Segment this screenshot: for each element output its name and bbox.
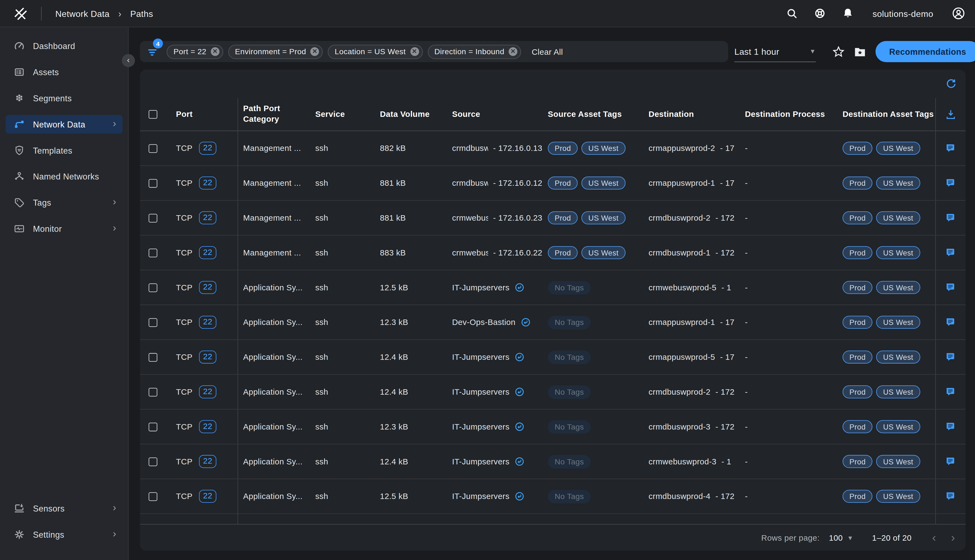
path-details-icon[interactable] (945, 212, 956, 223)
sidebar-item-named-networks[interactable]: Named Networks (0, 167, 128, 193)
filter-funnel[interactable]: 4 (147, 46, 159, 57)
table-footer: Rows per page: 100 ▼ 1–20 of 20 ‹ › (140, 524, 965, 551)
filter-chip[interactable]: Location = US West✕ (328, 44, 422, 58)
path-details-icon[interactable] (945, 143, 956, 153)
tag-pill: Prod (843, 350, 873, 363)
tag-pill: Prod (843, 455, 873, 468)
source-name: crmwebus (452, 213, 488, 223)
path-details-icon[interactable] (945, 317, 956, 328)
row-checkbox[interactable] (149, 283, 157, 292)
favorite-star-icon[interactable] (833, 46, 844, 57)
table-row: TCP22Application Sy...ssh12.4 kBIT-Jumps… (140, 340, 965, 375)
row-checkbox[interactable] (149, 213, 157, 222)
named-network-link-icon[interactable] (514, 352, 525, 363)
sidebar-item-dashboard[interactable]: Dashboard (0, 37, 128, 63)
no-tags-badge: No Tags (548, 350, 591, 364)
help-icon[interactable] (814, 7, 826, 19)
sidebar-item-assets[interactable]: Assets (0, 63, 128, 89)
named-network-link-icon[interactable] (514, 456, 525, 467)
search-icon[interactable] (786, 7, 798, 19)
destination-cell: crmappuswprod-2- 17 (644, 131, 740, 165)
sidebar-collapse-button[interactable]: ‹ (122, 54, 135, 67)
row-checkbox[interactable] (149, 492, 157, 501)
path-details-icon[interactable] (945, 178, 956, 188)
row-checkbox[interactable] (149, 388, 157, 396)
col-port[interactable]: Port (169, 98, 238, 131)
clear-all-button[interactable]: Clear All (532, 47, 563, 56)
sidebar-item-tags[interactable]: Tags› (0, 193, 128, 220)
filter-chip-label: Direction = Inbound (434, 47, 504, 56)
path-details-icon[interactable] (945, 282, 956, 293)
path-details-icon[interactable] (945, 387, 956, 397)
remove-filter-icon[interactable]: ✕ (311, 47, 319, 56)
sidebar-item-network-data[interactable]: Network Data› (0, 115, 128, 141)
path-details-icon[interactable] (945, 352, 956, 363)
breadcrumb-network-data[interactable]: Network Data (55, 8, 110, 18)
assets-icon (13, 67, 25, 78)
download-icon[interactable] (945, 109, 956, 120)
destination-cell: crmdbuswprod-2- 172 (644, 201, 740, 235)
source-name: IT-Jumpservers (452, 352, 509, 362)
data-volume-cell: 881 kB (375, 166, 447, 200)
col-source-asset-tags[interactable]: Source Asset Tags (543, 98, 644, 131)
filter-chip[interactable]: Direction = Inbound✕ (427, 44, 521, 58)
sidebar-item-templates[interactable]: Templates (0, 141, 128, 167)
asset-tags: ProdUS West (548, 246, 625, 259)
saved-filters-folder-icon[interactable] (854, 45, 866, 58)
sidebar-item-settings[interactable]: Settings› (0, 525, 128, 551)
col-path-port-category[interactable]: Path Port Category (238, 98, 311, 131)
select-all-checkbox[interactable] (149, 110, 157, 119)
row-checkbox[interactable] (149, 144, 157, 153)
service-cell: ssh (311, 131, 375, 165)
named-network-link-icon[interactable] (514, 422, 525, 432)
filter-chip[interactable]: Environment = Prod✕ (228, 44, 323, 58)
col-destination-process[interactable]: Destination Process (740, 98, 837, 131)
sidebar-item-monitor[interactable]: Monitor› (0, 220, 128, 246)
sidebar-nav-bottom: Sensors›Settings› (0, 499, 128, 551)
col-destination[interactable]: Destination (644, 98, 740, 131)
topbar-divider (41, 7, 42, 20)
path-details-icon[interactable] (945, 491, 956, 502)
gear-icon (13, 529, 25, 540)
notifications-icon[interactable] (842, 7, 854, 19)
service-cell: ssh (311, 445, 375, 479)
col-destination-asset-tags[interactable]: Destination Asset Tags (838, 98, 936, 131)
named-network-link-icon[interactable] (521, 317, 531, 328)
time-range-select[interactable]: Last 1 hour ▼ (735, 41, 816, 62)
path-details-icon[interactable] (945, 422, 956, 432)
row-checkbox[interactable] (149, 179, 157, 187)
rows-per-page-select[interactable]: 100 ▼ (829, 533, 853, 542)
remove-filter-icon[interactable]: ✕ (210, 47, 219, 56)
row-checkbox[interactable] (149, 422, 157, 431)
path-details-icon[interactable] (945, 247, 956, 258)
col-source[interactable]: Source (447, 98, 543, 131)
row-checkbox[interactable] (149, 353, 157, 362)
asset-tags: ProdUS West (843, 246, 920, 259)
recommendations-button[interactable]: Recommendations (876, 41, 975, 62)
path-details-icon[interactable] (945, 456, 956, 467)
destination-process-cell: - (740, 131, 837, 165)
source-tags-cell: No Tags (543, 375, 644, 409)
account-icon[interactable] (952, 7, 965, 20)
filter-chip[interactable]: Port = 22✕ (167, 44, 223, 58)
remove-filter-icon[interactable]: ✕ (509, 47, 518, 56)
tag-pill: Prod (548, 246, 578, 259)
named-network-link-icon[interactable] (514, 282, 525, 293)
row-checkbox[interactable] (149, 318, 157, 327)
remove-filter-icon[interactable]: ✕ (410, 47, 419, 56)
named-network-link-icon[interactable] (514, 491, 525, 502)
sidebar-item-sensors[interactable]: Sensors› (0, 499, 128, 525)
previous-page-button[interactable]: ‹ (932, 531, 936, 544)
next-page-button[interactable]: › (951, 531, 955, 544)
col-service[interactable]: Service (311, 98, 375, 131)
named-network-link-icon[interactable] (514, 387, 525, 397)
sidebar-item-segments[interactable]: Segments (0, 89, 128, 115)
table-row: TCP22Application Sy...ssh12.4 kBIT-Jumps… (140, 375, 965, 410)
destination-ip: - 1 (721, 283, 731, 292)
destination-process-cell: - (740, 445, 837, 479)
refresh-icon[interactable] (946, 78, 957, 89)
row-checkbox[interactable] (149, 457, 157, 466)
row-checkbox[interactable] (149, 248, 157, 257)
col-data-volume[interactable]: Data Volume (375, 98, 447, 131)
destination-ip: - 17 (720, 352, 735, 362)
